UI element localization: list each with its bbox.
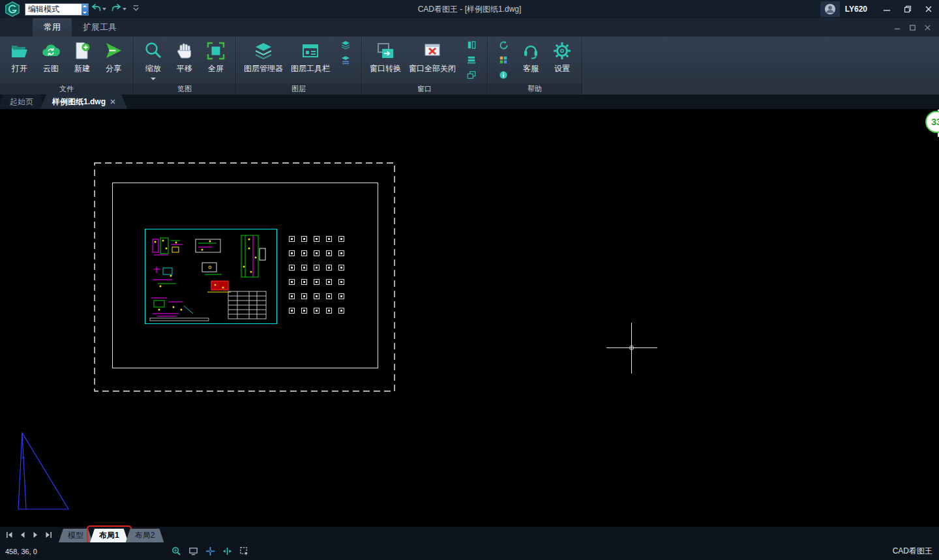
tab-extended-tools[interactable]: 扩展工具: [72, 18, 128, 37]
symbol-cell: [326, 250, 332, 256]
drawing-canvas[interactable]: 33: [0, 110, 939, 527]
edit-mode-scrollbar[interactable]: [82, 4, 88, 15]
coordinates-readout: 458, 36, 0: [0, 548, 37, 555]
status-crosshair-icon[interactable]: [205, 546, 215, 557]
close-all-windows-button[interactable]: 窗口全部关闭: [406, 38, 459, 81]
more-apps-button[interactable]: [495, 55, 512, 68]
ribbon-tab-bar: 常用 扩展工具: [0, 18, 939, 37]
layer-toolbar-button-label: 图层工具栏: [291, 63, 330, 74]
close-button[interactable]: [918, 0, 939, 18]
customer-service-button[interactable]: 客服: [516, 38, 546, 81]
user-avatar-icon[interactable]: [820, 1, 840, 17]
cloud-sync-icon: [41, 41, 61, 61]
new-document-icon: [72, 41, 92, 61]
symbol-cell: [338, 236, 344, 242]
maximize-button[interactable]: [897, 0, 918, 18]
layout-viewport[interactable]: [145, 229, 277, 324]
titlebar-right: LY620: [820, 0, 939, 18]
tab-layout1[interactable]: 布局1: [90, 529, 128, 542]
symbol-cell: [289, 308, 295, 314]
symbol-cell: [314, 250, 320, 256]
cloud-drawing-button-label: 云图: [43, 63, 59, 74]
next-layout-button[interactable]: [31, 531, 39, 538]
tab-layout2[interactable]: 布局2: [126, 529, 164, 542]
customize-quick-access-button[interactable]: [129, 2, 143, 16]
layer-manager-button[interactable]: 图层管理器: [241, 38, 286, 81]
symbol-cell: [326, 265, 332, 271]
share-button-label: 分享: [106, 63, 121, 74]
zoom-button[interactable]: 缩放: [138, 38, 168, 81]
layer-visibility-button[interactable]: [337, 40, 354, 53]
pan-button[interactable]: 平移: [170, 38, 200, 81]
tab-common[interactable]: 常用: [33, 18, 72, 37]
undo-dropdown-icon[interactable]: [102, 8, 106, 10]
cascade-windows-icon: [467, 70, 476, 82]
layout-nav: [5, 531, 52, 538]
doc-restore-button[interactable]: [909, 24, 916, 31]
redo-dropdown-icon[interactable]: [123, 8, 127, 10]
share-button[interactable]: 分享: [98, 38, 128, 81]
document-tab-bar: 起始页 样例图纸1.dwg: [0, 95, 939, 110]
doc-close-button[interactable]: [924, 24, 931, 31]
notification-badge[interactable]: 33: [925, 111, 939, 133]
status-selection-icon[interactable]: [239, 546, 249, 557]
previous-layout-button[interactable]: [18, 531, 26, 538]
doc-minimize-button[interactable]: [894, 24, 901, 31]
minimize-button[interactable]: [876, 0, 897, 18]
cad-drawing: [145, 229, 277, 324]
tab-start-page[interactable]: 起始页: [0, 95, 45, 109]
ribbon: 打开 云图 新建 分享 文件: [0, 37, 939, 95]
tile-horizontal-button[interactable]: [463, 55, 480, 68]
last-layout-button[interactable]: [44, 531, 52, 538]
layer-toolbar-button[interactable]: 图层工具栏: [288, 38, 333, 81]
symbol-cell: [338, 250, 344, 256]
layer-list-button[interactable]: [337, 55, 354, 68]
status-split-icon[interactable]: [222, 546, 232, 557]
status-zoom-icon[interactable]: [171, 546, 181, 557]
undo-button[interactable]: [89, 2, 109, 16]
symbol-grid: [289, 236, 344, 314]
tab-drawing-file[interactable]: 样例图纸1.dwg: [40, 95, 127, 109]
ribbon-group-help: 客服 设置 帮助: [488, 37, 582, 95]
fullscreen-button[interactable]: 全屏: [201, 38, 231, 81]
symbol-cell: [338, 279, 344, 285]
tab-model[interactable]: 模型: [59, 529, 93, 542]
ribbon-group-window: 窗口转换 窗口全部关闭 窗口: [362, 37, 488, 95]
ribbon-group-layer-label: 图层: [236, 83, 361, 95]
about-button[interactable]: [495, 70, 512, 83]
apps-grid-icon: [499, 55, 508, 67]
app-logo-icon[interactable]: [4, 1, 21, 18]
zoom-dropdown-icon[interactable]: [151, 78, 156, 80]
window-switch-button[interactable]: 窗口转换: [366, 38, 404, 81]
ribbon-group-file-label: 文件: [0, 83, 133, 95]
open-button[interactable]: 打开: [5, 38, 35, 81]
username: LY620: [845, 5, 867, 14]
pan-button-label: 平移: [177, 63, 192, 74]
symbol-cell: [314, 265, 320, 271]
tab-close-icon[interactable]: [110, 97, 115, 106]
window-switch-button-label: 窗口转换: [370, 63, 401, 74]
first-layout-button[interactable]: [5, 531, 13, 538]
tile-vertical-button[interactable]: [463, 40, 480, 53]
drawing-tab-label: 样例图纸1.dwg: [52, 96, 106, 108]
new-button[interactable]: 新建: [67, 38, 97, 81]
redo-button[interactable]: [109, 2, 129, 16]
window-title: CAD看图王 - [样例图纸1.dwg]: [418, 4, 522, 15]
status-scale-icon[interactable]: [188, 546, 198, 557]
check-update-button[interactable]: [495, 40, 512, 53]
symbol-cell: [314, 293, 320, 299]
notification-badge-count: 33: [931, 117, 939, 127]
open-button-label: 打开: [12, 63, 27, 74]
edit-mode-select[interactable]: 编辑模式: [25, 3, 89, 16]
symbol-cell: [289, 293, 295, 299]
cloud-drawing-button[interactable]: 云图: [36, 38, 66, 81]
symbol-cell: [301, 279, 307, 285]
layer-toolbar-icon: [301, 41, 320, 61]
symbol-cell: [338, 293, 344, 299]
settings-button[interactable]: 设置: [547, 38, 577, 81]
info-icon: [499, 70, 508, 82]
cascade-windows-button[interactable]: [463, 70, 480, 83]
symbol-cell: [338, 265, 344, 271]
ribbon-group-view-label: 览图: [134, 83, 235, 95]
symbol-cell: [301, 265, 307, 271]
